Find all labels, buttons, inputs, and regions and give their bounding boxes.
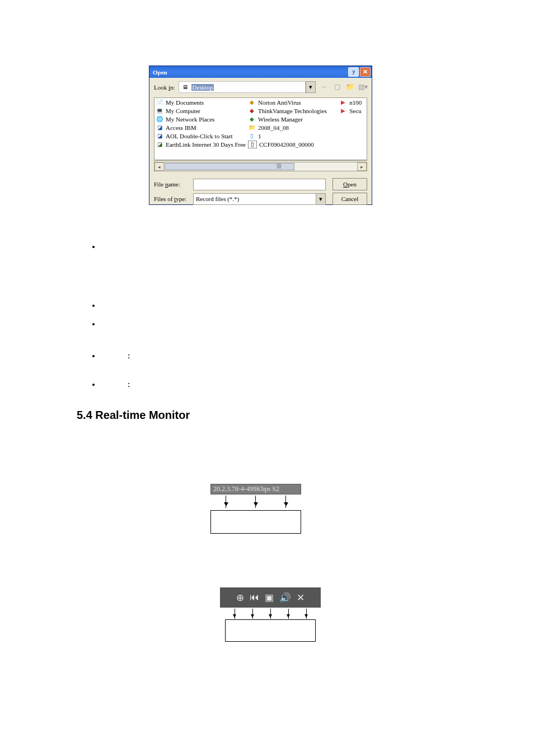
list-item: 🌐My Network Places bbox=[156, 115, 246, 123]
back-icon[interactable]: ← bbox=[320, 83, 329, 91]
arrow-icon bbox=[270, 609, 271, 619]
bullet-item bbox=[101, 301, 130, 310]
arrow-icon bbox=[288, 609, 289, 619]
look-in-dropdown[interactable]: ▾ bbox=[306, 81, 316, 93]
app-icon: ◆ bbox=[248, 116, 256, 123]
list-item: ▶n100 bbox=[339, 98, 366, 106]
monitor-status-label: 20.2.3.78-4-499Kbps S2 bbox=[210, 484, 301, 494]
monitor-status-diagram: 20.2.3.78-4-499Kbps S2 bbox=[210, 484, 301, 534]
close-button[interactable]: ✕ bbox=[360, 67, 371, 77]
list-item: ◆Norton AntiVirus bbox=[248, 98, 337, 106]
open-file-dialog: Open ? ✕ Look in: 🖥 Desktop ▾ ← ▢ 📁 ▤▾ 📄… bbox=[149, 66, 372, 205]
title-bar: Open ? ✕ bbox=[149, 66, 372, 78]
desktop-icon: 🖥 bbox=[181, 84, 189, 91]
files-of-type-select[interactable]: Record files (*.*) bbox=[193, 193, 316, 205]
bullet-item bbox=[101, 242, 130, 251]
record-icon[interactable]: ⏮ bbox=[250, 592, 259, 603]
list-item: 📁2008_04_08 bbox=[248, 123, 337, 132]
sound-icon[interactable]: 🔊 bbox=[279, 592, 291, 604]
file-icon: ▯ bbox=[248, 141, 257, 148]
shortcut-icon: ◪ bbox=[156, 124, 163, 131]
list-item: ◆ThinkVantage Technologies bbox=[248, 106, 337, 115]
bullet-item bbox=[101, 320, 130, 328]
file-list[interactable]: 📄My Documents 💻My Computer 🌐My Network P… bbox=[154, 97, 367, 161]
arrow-icon bbox=[235, 609, 235, 619]
bullet-item bbox=[101, 380, 130, 389]
arrow-icon bbox=[226, 496, 226, 508]
open-button[interactable]: Open bbox=[332, 178, 367, 190]
zoom-icon[interactable]: ⊕ bbox=[236, 592, 244, 604]
dialog-title: Open bbox=[153, 69, 347, 76]
list-item: ◪EarthLink Internet 30 Days Free bbox=[156, 140, 246, 148]
arrow-icon bbox=[252, 609, 253, 619]
list-item: 💻My Computer bbox=[156, 106, 246, 115]
bullet-list bbox=[78, 242, 130, 405]
app-icon: ◆ bbox=[248, 99, 256, 106]
look-in-select[interactable]: 🖥 Desktop bbox=[179, 81, 306, 93]
horizontal-scrollbar[interactable]: ◂ ▸ bbox=[154, 162, 367, 171]
list-item: ▯1 bbox=[248, 132, 337, 140]
placeholder-box bbox=[210, 510, 301, 534]
cancel-button[interactable]: Cancel bbox=[332, 193, 367, 205]
arrow-icon bbox=[306, 609, 307, 619]
up-icon[interactable]: ▢ bbox=[333, 83, 341, 91]
arrow-icon bbox=[255, 496, 256, 508]
scroll-right[interactable]: ▸ bbox=[357, 162, 367, 171]
monitor-toolbar-diagram: ⊕ ⏮ ▣ 🔊 ✕ bbox=[220, 587, 321, 642]
list-item: ◆Wireless Manager bbox=[248, 115, 337, 123]
snapshot-icon[interactable]: ▣ bbox=[265, 592, 274, 604]
list-item: ◪Access IBM bbox=[156, 123, 246, 132]
section-heading: 5.4 Real-time Monitor bbox=[77, 409, 190, 422]
new-folder-icon[interactable]: 📁 bbox=[346, 83, 354, 91]
toolbar: ⊕ ⏮ ▣ 🔊 ✕ bbox=[220, 587, 321, 608]
scroll-left[interactable]: ◂ bbox=[154, 162, 164, 171]
look-in-label: Look in: bbox=[154, 84, 175, 91]
bullet-item bbox=[101, 352, 130, 360]
file-icon: ▶ bbox=[339, 108, 347, 114]
list-item: ▶Secu bbox=[339, 106, 366, 115]
list-item: ◪AOL Double-Click to Start bbox=[156, 132, 246, 140]
folder-icon: 📄 bbox=[156, 99, 163, 106]
list-item: 📄My Documents bbox=[156, 98, 246, 106]
files-of-type-dropdown[interactable]: ▾ bbox=[316, 193, 326, 205]
file-icon: ▯ bbox=[248, 133, 256, 139]
file-icon: ▶ bbox=[339, 99, 347, 106]
help-button[interactable]: ? bbox=[348, 67, 359, 77]
file-name-label: File name: bbox=[154, 181, 193, 188]
placeholder-box bbox=[225, 619, 316, 642]
network-icon: 🌐 bbox=[156, 116, 163, 123]
look-in-value: Desktop bbox=[191, 84, 214, 91]
list-item: ▯CCF09042008_00000 bbox=[248, 140, 337, 148]
shortcut-icon: ◪ bbox=[156, 133, 163, 139]
arrow-icon bbox=[285, 496, 286, 508]
file-name-input[interactable] bbox=[193, 179, 326, 190]
views-icon[interactable]: ▤▾ bbox=[359, 83, 367, 91]
computer-icon: 💻 bbox=[156, 108, 163, 114]
app-icon: ◆ bbox=[248, 108, 256, 114]
files-of-type-label: Files of type: bbox=[154, 195, 193, 202]
close-icon[interactable]: ✕ bbox=[297, 592, 305, 604]
scroll-thumb[interactable] bbox=[165, 163, 294, 170]
folder-icon: 📁 bbox=[248, 124, 256, 131]
shortcut-icon: ◪ bbox=[156, 141, 163, 148]
